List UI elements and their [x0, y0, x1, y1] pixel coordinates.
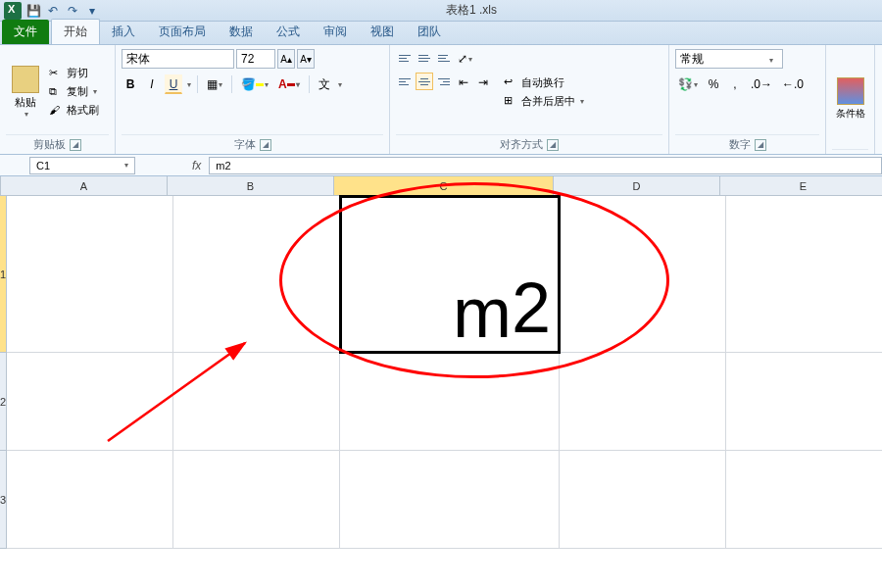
- conditional-format-button[interactable]: 条件格: [832, 49, 868, 149]
- cell-B1[interactable]: [173, 196, 340, 353]
- bold-button[interactable]: B: [122, 74, 139, 94]
- font-group-label: 字体: [234, 137, 256, 152]
- undo-icon[interactable]: ↶: [45, 3, 61, 19]
- increase-decimal-button[interactable]: .0→: [748, 74, 775, 94]
- cell-B3[interactable]: [173, 451, 340, 549]
- cell-D3[interactable]: [560, 451, 726, 549]
- underline-button[interactable]: U: [165, 74, 182, 94]
- formula-bar: C1▾ fx m2: [0, 155, 882, 176]
- group-clipboard: 粘贴 ▾ ✂剪切 ⧉复制▾ 🖌格式刷 剪贴板◢: [0, 45, 116, 154]
- merge-center-button[interactable]: ⊞合并后居中▾: [504, 94, 584, 109]
- cells-area[interactable]: m2: [7, 196, 882, 549]
- shrink-font-button[interactable]: A▾: [297, 49, 315, 69]
- col-header-C[interactable]: C: [334, 176, 554, 196]
- paste-label: 粘贴: [15, 95, 36, 110]
- cond-format-icon: [837, 77, 864, 105]
- grow-font-button[interactable]: A▴: [277, 49, 295, 69]
- comma-button[interactable]: ,: [726, 74, 744, 94]
- app-icon: [4, 2, 22, 20]
- align-launcher[interactable]: ◢: [547, 139, 559, 151]
- cell-A1[interactable]: [7, 196, 173, 353]
- number-launcher[interactable]: ◢: [755, 139, 766, 151]
- cell-C2[interactable]: [340, 353, 560, 451]
- cut-button[interactable]: ✂剪切: [49, 66, 99, 80]
- row-header-3[interactable]: 3: [0, 451, 7, 549]
- row-headers: 123: [0, 196, 7, 549]
- formula-input[interactable]: m2: [209, 157, 882, 174]
- save-icon[interactable]: 💾: [25, 3, 41, 19]
- cell-C3[interactable]: [340, 451, 560, 549]
- col-header-B[interactable]: B: [168, 176, 334, 196]
- spreadsheet-grid: ABCDE 123 m2: [0, 176, 882, 549]
- merge-label: 合并后居中: [521, 94, 575, 109]
- percent-button[interactable]: %: [705, 74, 722, 94]
- tab-review[interactable]: 审阅: [312, 20, 359, 44]
- cell-B2[interactable]: [173, 353, 340, 451]
- clipboard-launcher[interactable]: ◢: [70, 139, 81, 151]
- clipboard-group-label: 剪贴板: [33, 137, 66, 152]
- accounting-format-button[interactable]: 💱▾: [675, 74, 701, 94]
- col-header-E[interactable]: E: [720, 176, 882, 196]
- increase-indent-button[interactable]: ⇥: [474, 73, 492, 92]
- cell-C1[interactable]: m2: [340, 196, 560, 353]
- cell-D2[interactable]: [560, 353, 726, 451]
- row-header-2[interactable]: 2: [0, 353, 7, 451]
- brush-icon: 🖌: [49, 104, 63, 118]
- font-color-button[interactable]: A▾: [275, 74, 303, 94]
- col-header-A[interactable]: A: [1, 176, 168, 196]
- tab-data[interactable]: 数据: [218, 20, 265, 44]
- tab-view[interactable]: 视图: [359, 20, 406, 44]
- chevron-down-icon: ▾: [24, 110, 28, 119]
- ribbon: 粘贴 ▾ ✂剪切 ⧉复制▾ 🖌格式刷 剪贴板◢ A▴ A▾ B I U▾: [0, 45, 882, 155]
- cell-E2[interactable]: [726, 353, 882, 451]
- copy-button[interactable]: ⧉复制▾: [49, 84, 99, 99]
- cell-E3[interactable]: [726, 451, 882, 549]
- align-group-label: 对齐方式: [500, 137, 543, 152]
- tab-file[interactable]: 文件: [2, 20, 49, 44]
- row-header-1[interactable]: 1: [0, 196, 7, 353]
- font-name-select[interactable]: [122, 49, 234, 69]
- ribbon-tabs: 文件 开始 插入 页面布局 数据 公式 审阅 视图 团队: [0, 22, 882, 45]
- wrap-icon: ↩: [504, 75, 517, 89]
- paste-button[interactable]: 粘贴 ▾: [6, 49, 45, 134]
- fill-color-button[interactable]: 🪣▾: [238, 74, 271, 94]
- tab-insert[interactable]: 插入: [100, 20, 147, 44]
- align-top-button[interactable]: [396, 49, 414, 67]
- cell-A2[interactable]: [7, 353, 173, 451]
- wrap-text-button[interactable]: ↩自动换行: [504, 75, 584, 90]
- qat-dropdown-icon[interactable]: ▾: [84, 3, 100, 19]
- borders-button[interactable]: ▦▾: [204, 74, 225, 94]
- italic-button[interactable]: I: [143, 74, 161, 94]
- tab-formulas[interactable]: 公式: [265, 20, 312, 44]
- number-format-select[interactable]: [675, 49, 783, 69]
- cell-E1[interactable]: [726, 196, 882, 353]
- align-center-button[interactable]: [416, 73, 433, 90]
- decrease-indent-button[interactable]: ⇤: [455, 73, 472, 92]
- paste-icon: [12, 66, 39, 93]
- tab-team[interactable]: 团队: [406, 20, 453, 44]
- orientation-button[interactable]: ⤢▾: [455, 49, 475, 69]
- cell-A3[interactable]: [7, 451, 173, 549]
- scissors-icon: ✂: [49, 67, 63, 80]
- cell-D1[interactable]: [560, 196, 726, 353]
- align-middle-button[interactable]: [416, 49, 433, 67]
- redo-icon[interactable]: ↷: [65, 3, 80, 19]
- name-box[interactable]: C1▾: [29, 157, 135, 174]
- align-left-button[interactable]: [396, 73, 414, 90]
- align-bottom-button[interactable]: [435, 49, 453, 67]
- col-header-D[interactable]: D: [554, 176, 720, 196]
- title-bar: 💾 ↶ ↷ ▾ 表格1 .xls: [0, 0, 882, 22]
- font-launcher[interactable]: ◢: [260, 139, 271, 151]
- fx-icon[interactable]: fx: [192, 159, 201, 172]
- painter-label: 格式刷: [67, 103, 99, 118]
- phonetic-button[interactable]: 文: [316, 74, 333, 94]
- decrease-decimal-button[interactable]: ←.0: [779, 74, 807, 94]
- copy-label: 复制: [67, 84, 88, 99]
- cut-label: 剪切: [67, 66, 88, 80]
- tab-page-layout[interactable]: 页面布局: [147, 20, 218, 44]
- tab-home[interactable]: 开始: [51, 19, 100, 44]
- font-size-select[interactable]: [236, 49, 275, 69]
- merge-icon: ⊞: [504, 94, 517, 108]
- format-painter-button[interactable]: 🖌格式刷: [49, 103, 99, 118]
- align-right-button[interactable]: [435, 73, 453, 90]
